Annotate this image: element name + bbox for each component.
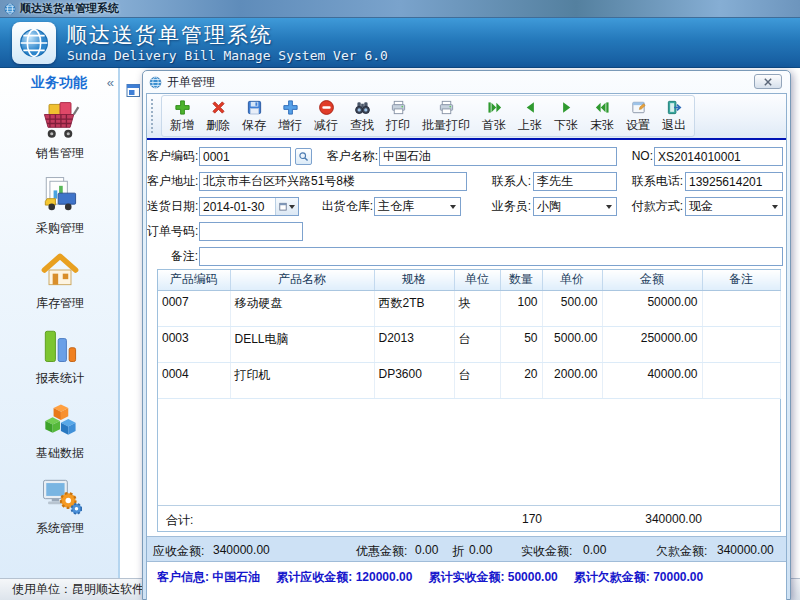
- sidebar-item-system[interactable]: 系统管理: [0, 473, 120, 548]
- app-title: 顺达送货单管理系统: [66, 21, 273, 49]
- col-header-product-name[interactable]: 产品名称: [230, 270, 374, 290]
- calendar-dropdown-icon[interactable]: [275, 198, 298, 215]
- payment-select[interactable]: 现金: [685, 197, 783, 216]
- app-header: 顺达送货单管理系统 Sunda Delivery Bill Manage Sys…: [0, 18, 800, 68]
- toolbar-button-prev[interactable]: 上张: [512, 97, 548, 135]
- sidebar-item-label: 采购管理: [36, 220, 84, 237]
- toolbar-button-exit[interactable]: 退出: [656, 97, 692, 135]
- window-title: 顺达送货单管理系统: [20, 1, 119, 16]
- toolbar-button-batch-print[interactable]: 批量打印: [416, 97, 476, 135]
- customer-name-input[interactable]: [379, 147, 617, 166]
- sidebar-item-label: 报表统计: [36, 370, 84, 387]
- dialog-content: 新增 删除 保存 增行 减行: [146, 93, 787, 600]
- phone-input[interactable]: [685, 172, 783, 191]
- contact-label: 联系人:: [487, 172, 531, 191]
- product-grid: 产品编码 产品名称 规格 单位 数量 单价 金额 备注 0007 移动硬盘 西数: [157, 269, 781, 532]
- discount-value: 0.00: [415, 543, 438, 557]
- sidebar-item-inventory[interactable]: 库存管理: [0, 248, 120, 323]
- col-header-qty[interactable]: 数量: [500, 270, 542, 290]
- salesman-select[interactable]: 小陶: [533, 197, 617, 216]
- sidebar-collapse-button[interactable]: «: [107, 75, 114, 90]
- prev-record-icon: [522, 99, 539, 116]
- toolbar-button-remove-row[interactable]: 减行: [308, 97, 344, 135]
- inventory-home-icon: [38, 248, 82, 292]
- customer-info-text: 客户信息: 中国石油: [157, 569, 260, 600]
- customer-code-input[interactable]: [199, 147, 291, 166]
- app-subtitle: Sunda Delivery Bill Manage System Ver 6.…: [67, 48, 388, 63]
- col-header-amount[interactable]: 金额: [602, 270, 702, 290]
- toolbar-button-print[interactable]: 打印: [380, 97, 416, 135]
- customer-lookup-button[interactable]: [295, 148, 312, 165]
- col-header-unit[interactable]: 单位: [454, 270, 500, 290]
- printer-icon: [390, 99, 407, 116]
- chevron-down-icon: [601, 198, 616, 215]
- col-header-spec[interactable]: 规格: [374, 270, 454, 290]
- col-header-product-code[interactable]: 产品编码: [158, 270, 230, 290]
- table-row[interactable]: 0003 DELL电脑 D2013 台 50 5000.00 250000.00: [158, 326, 780, 362]
- col-header-price[interactable]: 单价: [542, 270, 602, 290]
- save-floppy-icon: [246, 99, 263, 116]
- settings-icon: [630, 99, 647, 116]
- desktop: { "window_title": "顺达送货单管理系统", "header":…: [0, 0, 800, 600]
- mdi-child-tab-icon[interactable]: [126, 83, 141, 98]
- billing-dialog: 开单管理 新增 删除 保存: [142, 70, 791, 600]
- contact-input[interactable]: [533, 172, 617, 191]
- bill-no-input[interactable]: [654, 147, 783, 166]
- warehouse-label: 出货仓库:: [313, 197, 373, 216]
- toolbar-button-add-row[interactable]: 增行: [272, 97, 308, 135]
- system-gear-icon: [38, 473, 82, 517]
- toolbar-button-new[interactable]: 新增: [164, 97, 200, 135]
- sidebar-item-reports[interactable]: 报表统计: [0, 323, 120, 398]
- discount-label: 优惠金额:: [356, 543, 407, 560]
- toolbar-button-settings[interactable]: 设置: [620, 97, 656, 135]
- col-header-remark[interactable]: 备注: [702, 270, 780, 290]
- sidebar-item-base-data[interactable]: 基础数据: [0, 398, 120, 473]
- toolbar-button-next[interactable]: 下张: [548, 97, 584, 135]
- search-binoculars-icon: [354, 99, 371, 116]
- cumulative-debt-text: 累计欠款金额: 70000.00: [574, 569, 703, 600]
- order-no-input[interactable]: [199, 222, 303, 241]
- toolbar-button-delete[interactable]: 删除: [200, 97, 236, 135]
- delivery-date-picker[interactable]: 2014-01-30: [199, 197, 299, 216]
- warehouse-select[interactable]: 主仓库: [374, 197, 461, 216]
- remark-input[interactable]: [199, 247, 783, 266]
- toolbar-button-last[interactable]: 末张: [584, 97, 620, 135]
- sidebar-item-sales[interactable]: 销售管理: [0, 98, 120, 173]
- dialog-toolbar: 新增 删除 保存 增行 减行: [147, 94, 786, 138]
- next-record-icon: [558, 99, 575, 116]
- last-record-icon: [594, 99, 611, 116]
- first-record-icon: [486, 99, 503, 116]
- dialog-close-button[interactable]: [754, 74, 782, 89]
- window-titlebar[interactable]: 顺达送货单管理系统: [0, 0, 800, 18]
- debt-label: 欠款金额:: [656, 543, 707, 560]
- batch-printer-icon: [438, 99, 455, 116]
- salesman-label: 业务员:: [487, 197, 531, 216]
- order-no-label: 订单号码:: [147, 222, 198, 241]
- grid-total-row: 合计: 170 340000.00: [158, 505, 780, 531]
- dialog-title: 开单管理: [167, 74, 215, 91]
- sidebar-title: 业务功能: [31, 74, 87, 92]
- toolbar-separator: [147, 138, 786, 140]
- delete-x-icon: [210, 99, 227, 116]
- payment-label: 付款方式:: [625, 197, 683, 216]
- product-table: 产品编码 产品名称 规格 单位 数量 单价 金额 备注 0007 移动硬盘 西数: [158, 270, 781, 399]
- chevron-down-icon: [767, 198, 782, 215]
- app-globe-icon: [4, 3, 16, 15]
- sidebar-header: 业务功能 «: [0, 68, 118, 98]
- fold-label: 折: [452, 543, 464, 560]
- magnifier-icon: [298, 151, 309, 162]
- table-row[interactable]: 0004 打印机 DP3600 台 20 2000.00 40000.00: [158, 362, 780, 398]
- customer-code-label: 客户编码:: [147, 147, 198, 166]
- received-label: 实收金额:: [521, 543, 572, 560]
- customer-address-input[interactable]: [199, 172, 467, 191]
- remove-row-minus-icon: [318, 99, 335, 116]
- toolbar-button-first[interactable]: 首张: [476, 97, 512, 135]
- sidebar-item-purchase[interactable]: 采购管理: [0, 173, 120, 248]
- toolbar-button-find[interactable]: 查找: [344, 97, 380, 135]
- table-header-row: 产品编码 产品名称 规格 单位 数量 单价 金额 备注: [158, 270, 780, 290]
- toolbar-drag-handle[interactable]: [151, 99, 155, 133]
- table-row[interactable]: 0007 移动硬盘 西数2TB 块 100 500.00 50000.00: [158, 290, 780, 326]
- add-row-plus-icon: [282, 99, 299, 116]
- toolbar-button-save[interactable]: 保存: [236, 97, 272, 135]
- dialog-titlebar[interactable]: 开单管理: [143, 71, 790, 93]
